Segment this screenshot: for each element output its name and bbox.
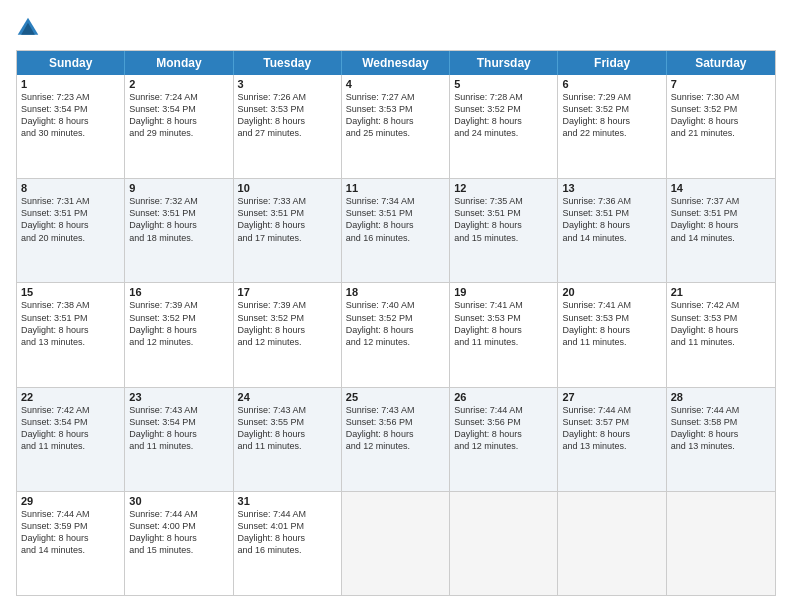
day-cell-21: 21Sunrise: 7:42 AMSunset: 3:53 PMDayligh… [667, 283, 775, 386]
day-info: Sunrise: 7:30 AMSunset: 3:52 PMDaylight:… [671, 91, 771, 140]
day-number: 4 [346, 78, 445, 90]
day-cell-4: 4Sunrise: 7:27 AMSunset: 3:53 PMDaylight… [342, 75, 450, 178]
day-cell-16: 16Sunrise: 7:39 AMSunset: 3:52 PMDayligh… [125, 283, 233, 386]
day-cell-28: 28Sunrise: 7:44 AMSunset: 3:58 PMDayligh… [667, 388, 775, 491]
header-day-saturday: Saturday [667, 51, 775, 75]
day-cell-27: 27Sunrise: 7:44 AMSunset: 3:57 PMDayligh… [558, 388, 666, 491]
day-number: 28 [671, 391, 771, 403]
day-cell-31: 31Sunrise: 7:44 AMSunset: 4:01 PMDayligh… [234, 492, 342, 595]
day-cell-13: 13Sunrise: 7:36 AMSunset: 3:51 PMDayligh… [558, 179, 666, 282]
day-number: 1 [21, 78, 120, 90]
day-number: 7 [671, 78, 771, 90]
day-cell-14: 14Sunrise: 7:37 AMSunset: 3:51 PMDayligh… [667, 179, 775, 282]
day-cell-7: 7Sunrise: 7:30 AMSunset: 3:52 PMDaylight… [667, 75, 775, 178]
day-cell-12: 12Sunrise: 7:35 AMSunset: 3:51 PMDayligh… [450, 179, 558, 282]
logo-icon [16, 16, 40, 40]
calendar-week-3: 15Sunrise: 7:38 AMSunset: 3:51 PMDayligh… [17, 282, 775, 386]
logo [16, 16, 44, 40]
day-cell-2: 2Sunrise: 7:24 AMSunset: 3:54 PMDaylight… [125, 75, 233, 178]
day-number: 31 [238, 495, 337, 507]
day-cell-22: 22Sunrise: 7:42 AMSunset: 3:54 PMDayligh… [17, 388, 125, 491]
empty-cell [667, 492, 775, 595]
day-info: Sunrise: 7:27 AMSunset: 3:53 PMDaylight:… [346, 91, 445, 140]
day-cell-6: 6Sunrise: 7:29 AMSunset: 3:52 PMDaylight… [558, 75, 666, 178]
day-info: Sunrise: 7:42 AMSunset: 3:53 PMDaylight:… [671, 299, 771, 348]
day-cell-18: 18Sunrise: 7:40 AMSunset: 3:52 PMDayligh… [342, 283, 450, 386]
day-cell-9: 9Sunrise: 7:32 AMSunset: 3:51 PMDaylight… [125, 179, 233, 282]
day-cell-17: 17Sunrise: 7:39 AMSunset: 3:52 PMDayligh… [234, 283, 342, 386]
day-info: Sunrise: 7:44 AMSunset: 3:57 PMDaylight:… [562, 404, 661, 453]
day-number: 10 [238, 182, 337, 194]
day-cell-25: 25Sunrise: 7:43 AMSunset: 3:56 PMDayligh… [342, 388, 450, 491]
day-info: Sunrise: 7:33 AMSunset: 3:51 PMDaylight:… [238, 195, 337, 244]
day-number: 23 [129, 391, 228, 403]
day-info: Sunrise: 7:28 AMSunset: 3:52 PMDaylight:… [454, 91, 553, 140]
day-number: 20 [562, 286, 661, 298]
day-number: 22 [21, 391, 120, 403]
calendar-week-2: 8Sunrise: 7:31 AMSunset: 3:51 PMDaylight… [17, 178, 775, 282]
day-info: Sunrise: 7:44 AMSunset: 3:56 PMDaylight:… [454, 404, 553, 453]
day-info: Sunrise: 7:39 AMSunset: 3:52 PMDaylight:… [238, 299, 337, 348]
day-number: 2 [129, 78, 228, 90]
header-day-tuesday: Tuesday [234, 51, 342, 75]
day-info: Sunrise: 7:44 AMSunset: 3:59 PMDaylight:… [21, 508, 120, 557]
day-info: Sunrise: 7:42 AMSunset: 3:54 PMDaylight:… [21, 404, 120, 453]
day-cell-19: 19Sunrise: 7:41 AMSunset: 3:53 PMDayligh… [450, 283, 558, 386]
day-number: 18 [346, 286, 445, 298]
day-info: Sunrise: 7:41 AMSunset: 3:53 PMDaylight:… [454, 299, 553, 348]
day-info: Sunrise: 7:38 AMSunset: 3:51 PMDaylight:… [21, 299, 120, 348]
header [16, 16, 776, 40]
empty-cell [558, 492, 666, 595]
day-number: 26 [454, 391, 553, 403]
day-info: Sunrise: 7:44 AMSunset: 4:01 PMDaylight:… [238, 508, 337, 557]
day-number: 3 [238, 78, 337, 90]
day-info: Sunrise: 7:39 AMSunset: 3:52 PMDaylight:… [129, 299, 228, 348]
day-info: Sunrise: 7:34 AMSunset: 3:51 PMDaylight:… [346, 195, 445, 244]
day-number: 17 [238, 286, 337, 298]
header-day-monday: Monday [125, 51, 233, 75]
header-day-thursday: Thursday [450, 51, 558, 75]
day-info: Sunrise: 7:44 AMSunset: 4:00 PMDaylight:… [129, 508, 228, 557]
day-info: Sunrise: 7:43 AMSunset: 3:56 PMDaylight:… [346, 404, 445, 453]
calendar-week-4: 22Sunrise: 7:42 AMSunset: 3:54 PMDayligh… [17, 387, 775, 491]
day-number: 25 [346, 391, 445, 403]
day-info: Sunrise: 7:23 AMSunset: 3:54 PMDaylight:… [21, 91, 120, 140]
day-cell-8: 8Sunrise: 7:31 AMSunset: 3:51 PMDaylight… [17, 179, 125, 282]
day-number: 14 [671, 182, 771, 194]
calendar-body: 1Sunrise: 7:23 AMSunset: 3:54 PMDaylight… [17, 75, 775, 595]
empty-cell [450, 492, 558, 595]
header-day-sunday: Sunday [17, 51, 125, 75]
day-number: 12 [454, 182, 553, 194]
day-cell-24: 24Sunrise: 7:43 AMSunset: 3:55 PMDayligh… [234, 388, 342, 491]
day-info: Sunrise: 7:31 AMSunset: 3:51 PMDaylight:… [21, 195, 120, 244]
page: SundayMondayTuesdayWednesdayThursdayFrid… [0, 0, 792, 612]
day-info: Sunrise: 7:32 AMSunset: 3:51 PMDaylight:… [129, 195, 228, 244]
day-number: 21 [671, 286, 771, 298]
day-info: Sunrise: 7:36 AMSunset: 3:51 PMDaylight:… [562, 195, 661, 244]
day-info: Sunrise: 7:37 AMSunset: 3:51 PMDaylight:… [671, 195, 771, 244]
day-info: Sunrise: 7:29 AMSunset: 3:52 PMDaylight:… [562, 91, 661, 140]
day-number: 5 [454, 78, 553, 90]
day-cell-20: 20Sunrise: 7:41 AMSunset: 3:53 PMDayligh… [558, 283, 666, 386]
day-number: 6 [562, 78, 661, 90]
day-number: 24 [238, 391, 337, 403]
day-cell-10: 10Sunrise: 7:33 AMSunset: 3:51 PMDayligh… [234, 179, 342, 282]
day-info: Sunrise: 7:43 AMSunset: 3:55 PMDaylight:… [238, 404, 337, 453]
day-info: Sunrise: 7:35 AMSunset: 3:51 PMDaylight:… [454, 195, 553, 244]
day-number: 13 [562, 182, 661, 194]
day-info: Sunrise: 7:26 AMSunset: 3:53 PMDaylight:… [238, 91, 337, 140]
day-number: 9 [129, 182, 228, 194]
calendar-week-1: 1Sunrise: 7:23 AMSunset: 3:54 PMDaylight… [17, 75, 775, 178]
calendar: SundayMondayTuesdayWednesdayThursdayFrid… [16, 50, 776, 596]
day-cell-11: 11Sunrise: 7:34 AMSunset: 3:51 PMDayligh… [342, 179, 450, 282]
day-cell-26: 26Sunrise: 7:44 AMSunset: 3:56 PMDayligh… [450, 388, 558, 491]
day-cell-29: 29Sunrise: 7:44 AMSunset: 3:59 PMDayligh… [17, 492, 125, 595]
empty-cell [342, 492, 450, 595]
calendar-week-5: 29Sunrise: 7:44 AMSunset: 3:59 PMDayligh… [17, 491, 775, 595]
day-cell-1: 1Sunrise: 7:23 AMSunset: 3:54 PMDaylight… [17, 75, 125, 178]
day-number: 15 [21, 286, 120, 298]
calendar-header: SundayMondayTuesdayWednesdayThursdayFrid… [17, 51, 775, 75]
day-cell-3: 3Sunrise: 7:26 AMSunset: 3:53 PMDaylight… [234, 75, 342, 178]
day-cell-5: 5Sunrise: 7:28 AMSunset: 3:52 PMDaylight… [450, 75, 558, 178]
header-day-wednesday: Wednesday [342, 51, 450, 75]
